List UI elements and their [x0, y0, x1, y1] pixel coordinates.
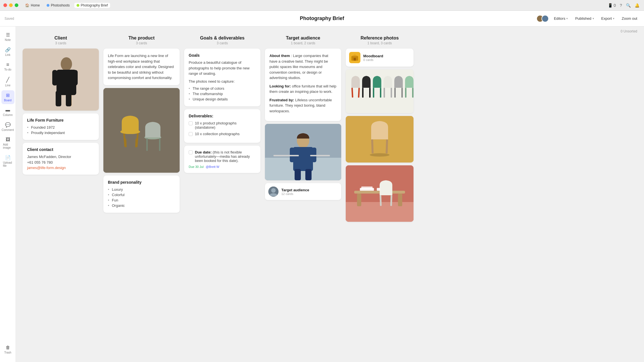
ta-about: About them : Large companies that have a…: [269, 53, 337, 81]
col-title-product: The product: [103, 36, 180, 41]
tab-photoshoots[interactable]: Photoshoots: [44, 3, 72, 8]
card-goals: Goals Produce a beautiful catalogue of p…: [184, 49, 260, 106]
card-client-image: [23, 49, 99, 111]
column-goals: Goals & deliverables 3 cards Goals Produ…: [184, 36, 260, 225]
svg-rect-73: [361, 187, 373, 189]
card-ref-image-2: [346, 116, 414, 163]
card-due-date: Due date: (this is not flexible unfortun…: [184, 146, 260, 173]
main-layout: ☰ Note 🔗 Link ≡ To-do ╱ Line ⊞ Board ▬ C…: [0, 27, 644, 362]
sidebar-item-link[interactable]: 🔗 Link: [1, 45, 14, 59]
svg-rect-22: [145, 137, 160, 138]
svg-rect-34: [310, 155, 330, 156]
svg-rect-10: [73, 70, 78, 85]
sidebar-item-trash[interactable]: 🗑 Trash: [1, 343, 14, 356]
close-button[interactable]: [3, 3, 7, 7]
deliverable-item-1: 10 x product photographs (standalone): [189, 121, 256, 130]
minimize-button[interactable]: [9, 3, 13, 7]
sidebar-item-line[interactable]: ╱ Line: [1, 74, 14, 89]
device-icon[interactable]: 📱 0: [608, 3, 616, 8]
svg-rect-65: [346, 202, 414, 222]
yellow-chair-illustration: [346, 116, 414, 163]
editors-button[interactable]: Editors ▾: [552, 15, 570, 22]
canvas: 0 Unsorted Client 3 cards: [16, 27, 644, 362]
sidebar-item-board[interactable]: ⊞ Board: [1, 90, 14, 104]
card-moodboard[interactable]: Moodboard 0 cards: [346, 49, 414, 67]
search-icon[interactable]: 🔍: [626, 3, 631, 8]
card-ta-about: About them : Large companies that have a…: [265, 49, 341, 121]
sidebar-item-column[interactable]: ▬ Column: [1, 105, 14, 119]
tab-bar: 🏠 Home Photoshoots Photography Brief: [23, 3, 110, 8]
ta-about-bold: About them: [269, 54, 290, 58]
svg-point-36: [271, 188, 276, 193]
checkbox-due[interactable]: [189, 150, 193, 154]
col-subtitle-client: 3 cards: [23, 41, 99, 45]
due-date-content: Due date: (this is not flexible unfortun…: [195, 150, 256, 163]
svg-rect-31: [295, 169, 301, 180]
sidebar-item-note[interactable]: ☰ Note: [1, 30, 14, 44]
tab-photoshoots-label: Photoshoots: [51, 3, 70, 7]
person-illustration: [32, 49, 89, 111]
export-button[interactable]: Export ▾: [599, 15, 617, 22]
col-header-ta: Target audience 1 board, 2 cards: [265, 36, 341, 45]
col-header-goals: Goals & deliverables 3 cards: [184, 36, 260, 45]
svg-rect-58: [412, 88, 414, 98]
page-title: Photography Brief: [300, 16, 344, 21]
maximize-button[interactable]: [15, 3, 18, 7]
trash-icon: 🗑: [6, 345, 10, 350]
brand-title: Brand personality: [108, 180, 175, 185]
column-the-product: The product 3 cards Life Form are launch…: [103, 36, 180, 225]
svg-rect-68: [398, 194, 402, 206]
tab-photography-brief[interactable]: Photography Brief: [74, 3, 110, 8]
zoom-button[interactable]: Zoom out: [619, 15, 639, 22]
column-reference-photos: Reference photos 1 board, 3 cards: [346, 36, 414, 225]
col-title-client: Client: [23, 36, 99, 41]
bullet-founded: Founded 1972: [27, 125, 94, 130]
svg-rect-54: [394, 88, 396, 98]
deliverable-item-2: 10 x collection photographs: [189, 132, 256, 136]
published-button[interactable]: Published ▾: [573, 15, 596, 22]
goals-text: Produce a beautiful catalogue of photogr…: [189, 60, 256, 76]
moodboard-info: Moodboard 0 cards: [363, 54, 383, 62]
comment-icon: 💬: [5, 122, 11, 128]
checkbox-2[interactable]: [189, 132, 193, 136]
window-controls: [3, 3, 18, 7]
moodboard-title: Moodboard: [363, 54, 383, 58]
sidebar-item-todo[interactable]: ≡ To-do: [1, 60, 14, 73]
card-ta-board-link[interactable]: Target audience 12 cards: [265, 183, 341, 200]
sidebar-item-comment[interactable]: 💬 Comment: [1, 120, 14, 134]
ta-frustrated: Frustrated by: Lifeless uncomfortable fu…: [269, 97, 337, 114]
svg-rect-12: [66, 91, 71, 106]
deliverables-heading: Deliverables:: [189, 114, 256, 118]
sidebar-item-upload-file[interactable]: 📄 Upload file: [1, 153, 14, 170]
col-subtitle-product: 3 cards: [103, 41, 180, 45]
col-subtitle-ref: 1 board, 3 cards: [346, 41, 414, 45]
ta-frustrated-bold: Frustrated by:: [269, 98, 294, 102]
goals-bullets: The range of colors The craftsmanship Un…: [189, 86, 256, 102]
bullet-colorful: Colorful: [108, 192, 175, 198]
moodboard-icon: [349, 52, 360, 63]
sidebar-item-add-image[interactable]: 🖼 Add image: [1, 135, 14, 152]
notification-icon[interactable]: 🔔: [635, 3, 639, 8]
due-date-mention[interactable]: @Brett W: [206, 165, 219, 168]
svg-rect-57: [405, 88, 406, 98]
todo-icon: ≡: [6, 62, 9, 67]
col-header-client: Client 3 cards: [23, 36, 99, 45]
board-columns: Client 3 cards: [23, 33, 637, 225]
editors-chevron: ▾: [566, 17, 568, 20]
tab-home[interactable]: 🏠 Home: [23, 3, 42, 8]
life-form-bullets: Founded 1972 Proudly independant: [27, 125, 94, 135]
due-date-bold: Due date:: [195, 150, 212, 154]
bullet-design-details: Unique design details: [189, 96, 256, 102]
contact-email[interactable]: james@life-form.design: [27, 166, 66, 170]
table-scene-illustration: [346, 165, 414, 222]
photos-capture-text: The photos need to capture:: [189, 79, 256, 84]
card-product-text: Life Form are launching a new line of hi…: [103, 49, 180, 85]
ta-looking-bold: Looking for:: [269, 84, 291, 88]
svg-rect-39: [354, 58, 356, 61]
checkbox-1[interactable]: [189, 121, 193, 125]
help-icon[interactable]: ?: [620, 3, 622, 8]
svg-rect-11: [56, 91, 61, 106]
contact-title: Client contact: [27, 147, 94, 152]
column-target-audience: Target audience 1 board, 2 cards About t…: [265, 36, 341, 225]
published-chevron: ▾: [593, 17, 594, 20]
